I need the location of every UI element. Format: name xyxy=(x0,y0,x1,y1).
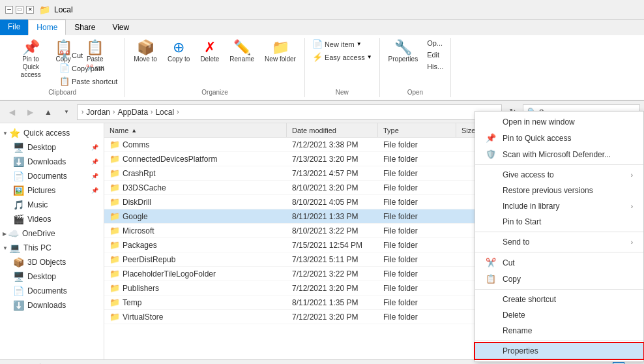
context-menu-item-create-shortcut[interactable]: Create shortcut xyxy=(475,292,643,307)
cut-ribbon-button[interactable]: ✂️ Cut xyxy=(56,49,121,61)
cut-icon-small: ✂️ xyxy=(59,50,70,60)
context-menu-item-restore-versions[interactable]: Restore previous versions xyxy=(475,183,643,198)
col-header-type[interactable]: Type xyxy=(378,123,456,137)
tab-file[interactable]: File xyxy=(0,20,28,35)
onedrive-expand-icon[interactable]: ▶ xyxy=(3,231,7,237)
context-menu-item-pin-quick-access[interactable]: 📌 Pin to Quick access xyxy=(475,130,643,146)
file-type: File folder xyxy=(378,269,456,279)
this-pc-expand-icon[interactable]: ▼ xyxy=(3,245,8,251)
tab-view[interactable]: View xyxy=(104,20,138,35)
file-name-label: Microsoft xyxy=(123,226,154,235)
tab-share[interactable]: Share xyxy=(66,20,104,35)
context-menu-item-open-new-window[interactable]: Open in new window xyxy=(475,114,643,130)
paste-shortcut-button[interactable]: 📋 Paste shortcut xyxy=(56,75,121,87)
minimize-button[interactable]: ─ xyxy=(5,6,13,14)
quick-access-icon: ⭐ xyxy=(9,128,21,138)
folder-icon: 📁 xyxy=(110,240,120,250)
pin-indicator-pic: 📌 xyxy=(91,187,98,194)
close-button[interactable]: ✕ xyxy=(26,6,34,14)
downloads-icon: ⬇️ xyxy=(13,157,25,167)
pin-start-label: Pin to Start xyxy=(503,217,633,226)
context-menu-item-rename[interactable]: Rename xyxy=(475,323,643,339)
copy-path-button[interactable]: 📄 Copy path xyxy=(56,62,121,74)
context-menu: Open in new window 📌 Pin to Quick access… xyxy=(475,111,644,362)
col-header-date[interactable]: Date modified xyxy=(287,123,378,137)
context-menu-item-properties[interactable]: Properties xyxy=(475,343,643,359)
context-menu-item-give-access[interactable]: Give access to › xyxy=(475,167,643,183)
move-icon: 📦 xyxy=(137,40,154,55)
sidebar-item-desktop[interactable]: 🖥️ Desktop 📌 xyxy=(0,140,104,155)
file-date: 7/12/2021 3:20 PM xyxy=(287,284,378,293)
sidebar-item-videos[interactable]: 🎬 Videos xyxy=(0,212,104,226)
properties-button[interactable]: 🔧 Properties xyxy=(384,38,423,66)
music-icon: 🎵 xyxy=(13,200,25,210)
folder-icon: 📁 xyxy=(110,312,120,322)
sidebar-item-music[interactable]: 🎵 Music xyxy=(0,198,104,212)
sidebar-quick-access[interactable]: ▼ ⭐ Quick access xyxy=(0,126,104,140)
file-name-label: Temp xyxy=(123,298,141,307)
sidebar-3d-objects[interactable]: 📦 3D Objects xyxy=(0,255,104,269)
file-date: 7/13/2021 4:57 PM xyxy=(287,169,378,178)
sidebar-pc-desktop[interactable]: 🖥️ Desktop xyxy=(0,269,104,284)
folder-icon: 📁 xyxy=(110,197,120,207)
recent-locations-button[interactable]: ▼ xyxy=(59,104,74,120)
sidebar-pc-downloads[interactable]: ⬇️ Downloads xyxy=(0,298,104,312)
status-view-buttons: ⊟ ⊞ xyxy=(613,362,639,365)
context-menu-item-copy[interactable]: 📋 Copy xyxy=(475,271,643,287)
sidebar-item-pictures[interactable]: 🖼️ Pictures 📌 xyxy=(0,183,104,198)
file-type: File folder xyxy=(378,312,456,322)
large-icons-view-button[interactable]: ⊞ xyxy=(627,362,639,365)
paste-shortcut-icon: 📋 xyxy=(59,76,70,86)
back-button[interactable]: ◀ xyxy=(4,104,20,120)
sidebar-item-downloads[interactable]: ⬇️ Downloads 📌 xyxy=(0,155,104,169)
sidebar-pc-documents[interactable]: 📄 Documents xyxy=(0,284,104,298)
file-name-label: CrashRpt xyxy=(123,169,156,178)
file-type: File folder xyxy=(378,284,456,293)
details-view-button[interactable]: ⊟ xyxy=(613,362,624,365)
documents-icon: 📄 xyxy=(13,171,25,181)
context-menu-separator xyxy=(475,164,643,165)
sidebar-onedrive[interactable]: ▶ ☁️ OneDrive xyxy=(0,226,104,241)
sidebar-item-documents[interactable]: 📄 Documents 📌 xyxy=(0,169,104,183)
col-header-name[interactable]: Name ▲ xyxy=(104,123,287,137)
context-menu-item-scan-defender[interactable]: 🛡️ Scan with Microsoft Defender... xyxy=(475,146,643,162)
file-name-label: Publishers xyxy=(123,284,159,293)
file-name-label: VirtualStore xyxy=(123,312,163,322)
maximize-button[interactable]: □ xyxy=(16,6,23,14)
forward-button[interactable]: ▶ xyxy=(22,104,38,120)
title-bar-controls[interactable]: ─ □ ✕ xyxy=(5,6,34,14)
quick-access-expand-icon[interactable]: ▼ xyxy=(3,130,8,136)
address-arrow-1: › xyxy=(113,108,115,115)
up-button[interactable]: ▲ xyxy=(40,104,56,120)
history-button[interactable]: His... xyxy=(424,61,446,72)
delete-button[interactable]: ✗ Delete xyxy=(196,38,224,66)
context-menu-separator xyxy=(475,252,643,252)
address-segment-appdata: AppData xyxy=(117,108,148,117)
context-menu-item-send-to[interactable]: Send to › xyxy=(475,234,643,250)
file-date: 8/11/2021 1:35 PM xyxy=(287,298,378,307)
new-folder-button[interactable]: 📁 New folder xyxy=(260,38,300,66)
file-type: File folder xyxy=(378,255,456,264)
onedrive-icon: ☁️ xyxy=(8,228,20,239)
address-input[interactable]: › Jordan › AppData › Local › xyxy=(77,104,502,120)
easy-access-button[interactable]: ⚡ Easy access ▼ xyxy=(309,51,375,63)
context-menu-item-pin-start[interactable]: Pin to Start xyxy=(475,214,643,230)
open-button[interactable]: Op... xyxy=(424,38,446,48)
context-menu-item-include-library[interactable]: Include in library › xyxy=(475,198,643,214)
address-chevron-icon: › xyxy=(81,108,83,115)
pin-quick-access-button[interactable]: 📌 Pin to Quick access xyxy=(13,38,49,82)
rename-button[interactable]: ✏️ Rename xyxy=(225,38,259,66)
sidebar-this-pc[interactable]: ▼ 💻 This PC xyxy=(0,241,104,255)
context-menu-item-cut[interactable]: ✂️ Cut xyxy=(475,254,643,271)
new-item-button[interactable]: 📄 New item ▼ xyxy=(309,38,365,50)
context-menu-separator xyxy=(475,289,643,290)
copy-to-button[interactable]: ⊕ Copy to xyxy=(163,38,194,66)
tab-home[interactable]: Home xyxy=(28,20,66,35)
desktop-icon: 🖥️ xyxy=(13,142,25,153)
context-menu-item-delete[interactable]: Delete xyxy=(475,307,643,323)
file-date: 8/10/2021 4:05 PM xyxy=(287,198,378,207)
folder-icon: 📁 xyxy=(110,297,120,307)
file-type: File folder xyxy=(378,226,456,235)
move-to-button[interactable]: 📦 Move to xyxy=(129,38,162,66)
edit-button[interactable]: Edit xyxy=(424,50,446,60)
